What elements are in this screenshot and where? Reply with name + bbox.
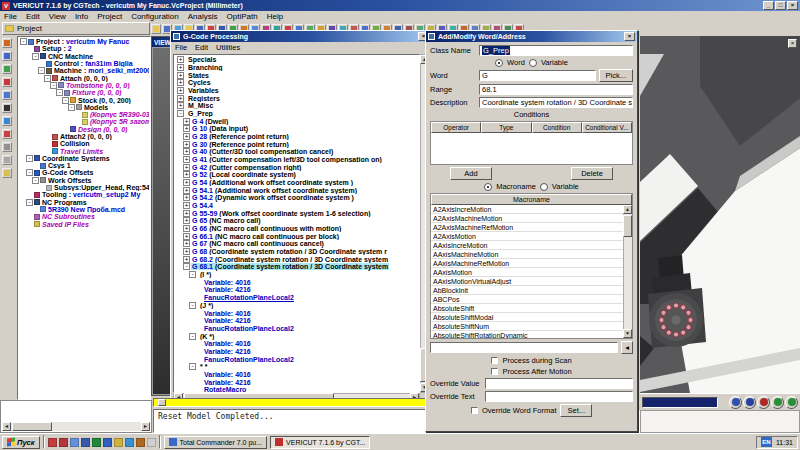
tree-item[interactable]: - G-Code Offsets (19, 169, 149, 176)
macroname-list-item[interactable]: AAxisMotion (431, 268, 632, 277)
quick-launch-icon[interactable] (48, 438, 57, 447)
gcode-tree-item[interactable]: + G 67(NC macro call continuous cancel) (176, 240, 419, 248)
macroname-radio[interactable] (484, 183, 492, 191)
gcode-tree-item[interactable]: + Branching (176, 64, 419, 72)
tool-icon[interactable] (151, 24, 161, 34)
expander-icon[interactable]: - (26, 155, 33, 162)
quick-launch-icon[interactable] (81, 438, 90, 447)
gcode-menu-item[interactable]: Edit (195, 43, 208, 52)
gcode-tree-item[interactable]: Variable: 4016 (176, 371, 419, 379)
gcode-tree-item[interactable]: + M_Misc (176, 102, 419, 110)
menu-item[interactable]: View (49, 12, 66, 21)
side-tool-icon[interactable] (2, 155, 12, 165)
gcode-tree-item[interactable]: - (I *) (176, 271, 419, 279)
scroll-up-icon[interactable]: ▲ (623, 205, 632, 214)
expander-icon[interactable]: + (183, 225, 190, 232)
variable-radio[interactable] (529, 59, 537, 67)
gcode-tree-item[interactable]: Variable: 4016 (176, 278, 419, 286)
gcode-tree-item[interactable]: FanucRotationPlaneLocal2 (176, 325, 419, 333)
gcode-tree-item[interactable]: - G 68.1(Coordinate system rotation / 3D… (176, 263, 419, 271)
quick-launch-icon[interactable] (70, 438, 79, 447)
expander-icon[interactable]: + (183, 194, 190, 201)
gcode-tree-item[interactable]: + G 54(Additional work offset coordinate… (176, 179, 419, 187)
side-tool-icon[interactable] (2, 64, 12, 74)
tree-item[interactable]: - Fixture (0, 0, 0) (19, 89, 149, 96)
expander-icon[interactable]: - (189, 271, 196, 278)
gcode-tree-item[interactable]: Variable: 4016 (176, 309, 419, 317)
expander-icon[interactable]: - (20, 38, 27, 45)
menu-item[interactable]: Edit (26, 12, 40, 21)
gcode-tree-item[interactable]: + G 55-59(Work offset coordinate system … (176, 209, 419, 217)
expander-icon[interactable]: - (44, 75, 51, 82)
macroname-list-item[interactable]: AbsoluteShiftNum (431, 322, 632, 331)
expander-icon[interactable]: + (177, 95, 184, 102)
conditions-column-header[interactable]: Type (481, 122, 531, 133)
tree-item[interactable]: Saved IP Files (19, 220, 149, 227)
gcode-tree-item[interactable]: - (J *) (176, 302, 419, 310)
gcode-tree-item[interactable]: + Cycles (176, 79, 419, 87)
side-tool-icon[interactable] (2, 77, 12, 87)
expander-icon[interactable]: - (183, 263, 190, 270)
override-word-format-checkbox[interactable] (471, 407, 478, 414)
scroll-right-icon[interactable]: ► (141, 422, 150, 431)
playback-button[interactable] (729, 396, 742, 409)
gcode-tree-item[interactable]: FanucRotationPlaneLocal2 (176, 294, 419, 302)
gcode-tree-item[interactable]: + G 28(Reference point return) (176, 133, 419, 141)
gcode-tree-item[interactable]: + Variables (176, 87, 419, 95)
macroname-list-item[interactable]: AbsoluteShift (431, 304, 632, 313)
range-input[interactable]: 68.1 (479, 84, 633, 95)
gcode-tree-item[interactable]: Variable: 4216 (176, 378, 419, 386)
expander-icon[interactable]: + (183, 256, 190, 263)
gcode-tree-item[interactable]: - (K *) (176, 332, 419, 340)
tree-item[interactable]: NC Subroutines (19, 213, 149, 220)
tree-item[interactable]: - NC Programs (19, 199, 149, 206)
side-tool-icon[interactable] (2, 116, 12, 126)
machine-3d-view[interactable]: × (640, 36, 800, 393)
menu-item[interactable]: OptiPath (227, 12, 258, 21)
expander-icon[interactable]: + (177, 79, 184, 86)
side-tool-icon[interactable] (2, 142, 12, 152)
expander-icon[interactable]: + (177, 102, 184, 109)
expander-icon[interactable]: - (32, 53, 39, 60)
expander-icon[interactable]: - (62, 97, 69, 104)
gcode-tree-item[interactable]: + G 52(Local coordinate system) (176, 171, 419, 179)
menu-item[interactable]: Configuration (131, 12, 179, 21)
gcode-tree-item[interactable]: + G 41(Cutter compensation left/3D tool … (176, 156, 419, 164)
menu-item[interactable]: Info (75, 12, 88, 21)
word-input[interactable]: G (479, 70, 596, 81)
gcode-tree-item[interactable]: Variable: 4016 (176, 340, 419, 348)
expander-icon[interactable]: + (183, 210, 190, 217)
gcode-tree-item[interactable]: + G 54.4 (176, 202, 419, 210)
gcode-tree-item[interactable]: + G 68.2(Coordinate system rotation / 3D… (176, 255, 419, 263)
gcode-tree-item[interactable]: + G 66.1(NC macro call continuous per bl… (176, 232, 419, 240)
macroname-list-item[interactable]: A2AxisMotion (431, 232, 632, 241)
expander-icon[interactable]: + (183, 179, 190, 186)
gcode-tree-item[interactable]: + G 4(Dwell) (176, 117, 419, 125)
conditions-column-header[interactable]: Operator (431, 122, 481, 133)
add-button[interactable]: Add (450, 167, 492, 180)
macroname-scrollbar[interactable]: ▲ ▼ (623, 205, 632, 338)
gcode-tree-item[interactable]: + G 68(Coordinate system rotation / 3D C… (176, 248, 419, 256)
macroname-list-item[interactable]: AAxisMachineRefMotion (431, 259, 632, 268)
expander-icon[interactable]: + (183, 133, 190, 140)
project-panel-header[interactable]: Project (2, 22, 150, 35)
expander-icon[interactable]: - (50, 82, 57, 89)
gcode-tree-item[interactable]: Variable: 4216 (176, 348, 419, 356)
gcode-tree-item[interactable]: - G_Prep (176, 110, 419, 118)
conditions-column-header[interactable]: Conditional V... (582, 122, 632, 133)
macroname-list-item[interactable]: A2AxisMachineMotion (431, 214, 632, 223)
expander-icon[interactable]: + (183, 125, 190, 132)
gcode-tree-item[interactable]: + G 10(Data input) (176, 125, 419, 133)
macroname-list-item[interactable]: AbsoluteShiftModal (431, 313, 632, 322)
gcode-tree-item[interactable]: + Registers (176, 94, 419, 102)
gcode-tree-item[interactable]: + G 65(NC macro call) (176, 217, 419, 225)
word-radio[interactable] (495, 59, 503, 67)
close-button[interactable]: × (787, 1, 798, 10)
expander-icon[interactable]: - (26, 169, 33, 176)
tree-item[interactable]: - Tombstone (0, 0, 0) (19, 82, 149, 89)
playback-button[interactable] (757, 396, 770, 409)
maximize-button[interactable]: □ (775, 1, 786, 10)
gcode-tree-item[interactable]: + G 66(NC macro call continuous with mot… (176, 225, 419, 233)
slider-handle[interactable] (158, 399, 166, 406)
expander-icon[interactable]: + (183, 171, 190, 178)
